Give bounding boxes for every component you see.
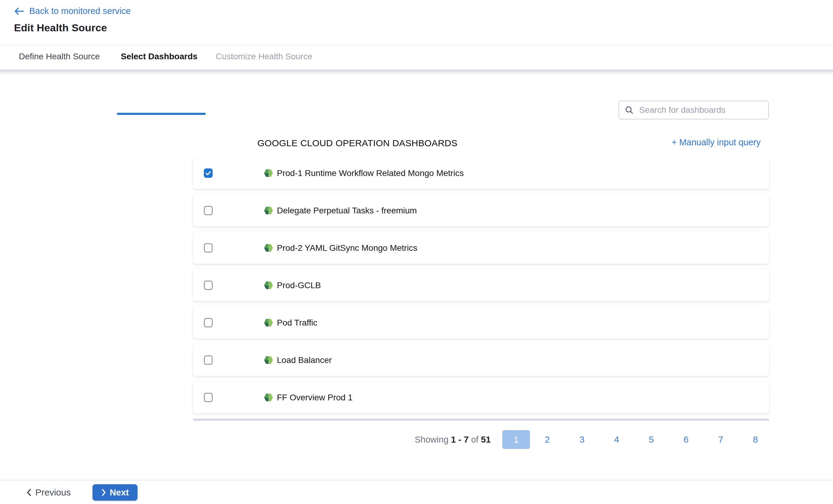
manually-input-query-link[interactable]: + Manually input query <box>669 137 761 147</box>
dashboards-section-heading: GOOGLE CLOUD OPERATION DASHBOARDS <box>257 138 457 148</box>
back-arrow-icon <box>14 7 24 16</box>
previous-button[interactable]: Previous <box>26 481 71 504</box>
dashboard-hexagon-icon <box>264 206 273 215</box>
dashboard-hexagon-icon <box>264 281 273 290</box>
dashboard-label: Prod-GCLB <box>277 281 321 290</box>
dashboard-hexagon-icon <box>264 243 273 253</box>
dashboard-row[interactable]: FF Overview Prod 1 <box>193 381 769 413</box>
tab-customize-health-source[interactable]: Customize Health Source <box>216 45 312 68</box>
dashboard-checkbox[interactable] <box>204 206 213 215</box>
showing-total: 51 <box>481 435 491 445</box>
search-icon <box>625 105 634 115</box>
dashboard-search-box <box>619 101 769 120</box>
showing-range: 1 - 7 <box>451 435 469 445</box>
search-input[interactable] <box>639 105 763 115</box>
dashboard-label: Prod-1 Runtime Workflow Related Mongo Me… <box>277 169 463 178</box>
dashboard-row[interactable]: Pod Traffic <box>193 307 769 338</box>
dashboard-row[interactable]: Prod-GCLB <box>193 269 769 301</box>
dashboard-label: FF Overview Prod 1 <box>277 393 353 402</box>
showing-text: Showing 1 - 7 of 51 <box>415 435 491 445</box>
dashboard-hexagon-icon <box>264 393 273 402</box>
page-button-8[interactable]: 8 <box>738 434 773 445</box>
dashboard-label: Prod-2 YAML GitSync Mongo Metrics <box>277 243 418 253</box>
dashboard-hexagon-icon <box>264 169 273 178</box>
tab-define-health-source[interactable]: Define Health Source <box>19 45 100 68</box>
pagination: Showing 1 - 7 of 51 1 2 3 4 5 6 7 8 <box>415 430 773 449</box>
dashboard-checkbox[interactable] <box>204 281 213 290</box>
dashboard-checkbox[interactable] <box>204 355 213 365</box>
next-label: Next <box>110 487 129 498</box>
back-link-label: Back to monitored service <box>29 6 131 16</box>
dashboard-row[interactable]: Prod-1 Runtime Workflow Related Mongo Me… <box>193 157 769 189</box>
dashboard-checkbox[interactable] <box>204 318 213 327</box>
tab-select-dashboards[interactable]: Select Dashboards <box>121 45 197 68</box>
dashboard-hexagon-icon <box>264 355 273 365</box>
dashboard-checkbox[interactable] <box>204 393 213 402</box>
dashboard-row[interactable]: Load Balancer <box>193 344 769 376</box>
chevron-right-icon <box>101 488 106 497</box>
horizontal-scrollbar[interactable] <box>193 419 769 421</box>
dashboard-label: Delegate Perpetual Tasks - freemium <box>277 206 417 216</box>
footer-bar: Previous Next <box>0 480 833 504</box>
dashboard-checkbox[interactable] <box>204 243 213 253</box>
dashboard-row[interactable]: Prod-2 YAML GitSync Mongo Metrics <box>193 232 769 264</box>
chevron-left-icon <box>26 488 32 497</box>
back-to-monitored-service-link[interactable]: Back to monitored service <box>14 6 131 16</box>
page-button-3[interactable]: 3 <box>565 434 599 445</box>
dashboard-hexagon-icon <box>264 318 273 327</box>
next-button[interactable]: Next <box>93 484 138 501</box>
previous-label: Previous <box>35 487 71 498</box>
active-tab-underline <box>117 113 206 115</box>
edit-health-source-screen: Back to monitored service Edit Health So… <box>0 0 833 504</box>
dashboard-checkbox[interactable] <box>204 169 213 178</box>
page-button-7[interactable]: 7 <box>704 434 738 445</box>
page-button-4[interactable]: 4 <box>599 434 634 445</box>
dashboard-label: Load Balancer <box>277 355 332 365</box>
tab-bar-shadow <box>0 70 833 74</box>
page-title: Edit Health Source <box>14 22 107 34</box>
page-button-5[interactable]: 5 <box>634 434 669 445</box>
page-button-1[interactable]: 1 <box>502 430 530 449</box>
dashboard-label: Pod Traffic <box>277 318 317 328</box>
page-button-6[interactable]: 6 <box>669 434 704 445</box>
dashboard-row[interactable]: Delegate Perpetual Tasks - freemium <box>193 195 769 226</box>
page-button-2[interactable]: 2 <box>530 434 565 445</box>
tab-bar: Define Health Source Select Dashboards C… <box>0 45 833 70</box>
